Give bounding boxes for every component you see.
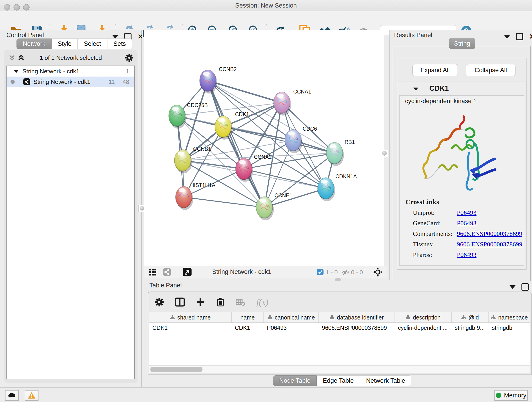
- table-cell[interactable]: P06493: [264, 323, 319, 333]
- column-header-description[interactable]: description: [395, 313, 452, 322]
- divider: [177, 268, 177, 276]
- table-panel-title: Table Panel: [149, 282, 182, 289]
- network-canvas[interactable]: CCNB2CCNA1CDC25BCDK1CDC6RB1CCNB1CCNA2CDK…: [144, 30, 384, 266]
- entry-collapse-icon[interactable]: [413, 87, 419, 91]
- entry-detail-box: cyclin-dependent kinase 1: [399, 95, 524, 266]
- warning-icon: [28, 392, 36, 399]
- network-node-hist1h1a[interactable]: HIST1H1A: [176, 182, 215, 210]
- delete-table-icon[interactable]: [236, 298, 245, 306]
- table-container: f(x) shared namenamecanonical namedataba…: [148, 292, 532, 375]
- crosslink-tissues[interactable]: 9606.ENSP00000378699: [457, 241, 522, 248]
- string-view-icon[interactable]: [163, 268, 171, 276]
- table-row[interactable]: CDK1CDK1P064939606.ENSP00000378699cyclin…: [149, 323, 530, 333]
- tree-icon: [405, 315, 411, 320]
- function-builder-icon[interactable]: f(x): [256, 297, 268, 307]
- network-node-label: CCNA1: [293, 89, 311, 95]
- crosslink-pharos[interactable]: P06493: [457, 251, 476, 259]
- column-header-database-identifier[interactable]: database identifier: [319, 313, 395, 322]
- table-cell[interactable]: stringdb: [489, 323, 530, 333]
- create-column-icon[interactable]: [196, 298, 205, 307]
- network-node-label: CDC25B: [187, 102, 208, 108]
- birds-eye-view-icon[interactable]: [373, 267, 383, 277]
- tab-network[interactable]: Network: [17, 38, 51, 49]
- memory-button[interactable]: Memory: [494, 390, 528, 401]
- table-cell[interactable]: 9606.ENSP00000378699: [319, 323, 395, 333]
- network-node-ccnb2[interactable]: CCNB2: [200, 66, 237, 94]
- table-header-row: shared namenamecanonical namedatabase id…: [149, 313, 530, 323]
- cloud-icon: [8, 392, 16, 398]
- hidden-counts: 0 - 0: [351, 269, 363, 276]
- table-cell[interactable]: CDK1: [232, 323, 264, 333]
- table-cell[interactable]: CDK1: [149, 323, 232, 333]
- results-tab-string[interactable]: String: [449, 38, 475, 49]
- column-header--id[interactable]: @id: [452, 313, 489, 322]
- network-tab-content: 1 of 1 Network selected String Network -…: [4, 50, 138, 383]
- crosslink-uniprot[interactable]: P06493: [457, 209, 476, 216]
- column-header-canonical-name[interactable]: canonical name: [264, 313, 319, 322]
- control-panel-menu-icon[interactable]: [112, 35, 118, 38]
- table-tabs: Node Table Edge Table Network Table: [273, 375, 411, 386]
- network-node-rb1[interactable]: RB1: [326, 139, 355, 166]
- horizontal-splitter-handle[interactable]: [335, 278, 341, 281]
- detach-view-icon[interactable]: [183, 268, 191, 276]
- expand-all-button[interactable]: Expand All: [412, 64, 458, 76]
- network-list: String Network - cdk1 1 String Network -…: [6, 65, 135, 379]
- scrollbar-thumb[interactable]: [150, 367, 203, 372]
- divider: [365, 268, 365, 276]
- results-panel-menu-icon[interactable]: [504, 35, 510, 38]
- selected-checkbox-icon[interactable]: [317, 269, 323, 275]
- network-node-count: 11: [109, 78, 115, 85]
- results-panel-float-icon[interactable]: [516, 33, 523, 40]
- collapse-all-button[interactable]: Collapse All: [466, 64, 515, 76]
- results-panel-close-icon[interactable]: ✕: [529, 34, 532, 39]
- right-splitter-handle[interactable]: [381, 150, 388, 157]
- table-cell[interactable]: cyclin-dependent ...: [395, 323, 452, 333]
- warning-button[interactable]: [25, 390, 38, 401]
- network-edge[interactable]: [244, 169, 326, 188]
- network-node-cdkn1a[interactable]: CDKN1A: [317, 173, 357, 201]
- show-columns-icon[interactable]: [175, 298, 185, 307]
- tab-sets[interactable]: Sets: [107, 38, 132, 49]
- column-header-shared-name[interactable]: shared name: [149, 313, 232, 322]
- results-panel-title: Results Panel: [394, 32, 432, 39]
- table-body: CDK1CDK1P064939606.ENSP00000378699cyclin…: [149, 323, 530, 333]
- column-header-name[interactable]: name: [232, 313, 264, 322]
- network-node-label: RB1: [345, 139, 355, 145]
- tab-style[interactable]: Style: [51, 38, 78, 49]
- network-node-ccna2[interactable]: CCNA2: [235, 154, 272, 182]
- network-node-label: CDKN1A: [336, 173, 357, 179]
- crosslink-compartments[interactable]: 9606.ENSP00000378699: [457, 230, 522, 237]
- table-options-gear-icon[interactable]: [155, 298, 164, 307]
- network-node-label: CCNA2: [254, 154, 272, 160]
- tab-node-table[interactable]: Node Table: [273, 375, 317, 386]
- network-edge[interactable]: [264, 188, 326, 207]
- network-edge[interactable]: [208, 81, 264, 207]
- table-panel-menu-icon[interactable]: [510, 285, 515, 289]
- grid-view-icon[interactable]: [149, 268, 157, 276]
- network-collection-row[interactable]: String Network - cdk1 1: [7, 66, 134, 77]
- control-panel-close-icon[interactable]: ✕: [138, 34, 143, 39]
- delete-columns-icon[interactable]: [216, 297, 225, 307]
- tab-network-table[interactable]: Network Table: [360, 375, 412, 386]
- cloud-button[interactable]: [5, 390, 19, 401]
- tab-edge-table[interactable]: Edge Table: [317, 375, 360, 386]
- table-panel-float-icon[interactable]: [521, 283, 529, 291]
- table-panel: Table Panel ✕ f(x) shared namenamecanoni…: [144, 281, 532, 387]
- network-row-selected[interactable]: String Network - cdk1 11 48: [7, 77, 134, 87]
- crosslink-genecard[interactable]: P06493: [457, 220, 476, 227]
- selected-counts: 1 - 0: [326, 269, 338, 276]
- table-cell[interactable]: stringdb:9...: [452, 323, 489, 333]
- column-header-namespace[interactable]: namespace: [489, 313, 530, 322]
- network-node-ccne1[interactable]: CCNE1: [256, 192, 292, 220]
- divider: [339, 268, 339, 276]
- tree-icon: [461, 315, 466, 320]
- table-horizontal-scrollbar[interactable]: [149, 365, 530, 373]
- main-toolbar: ?: [0, 11, 532, 30]
- network-edge-count: 48: [123, 78, 129, 85]
- collection-expand-icon[interactable]: [13, 69, 19, 74]
- network-edge[interactable]: [184, 197, 264, 207]
- network-edge[interactable]: [208, 81, 282, 103]
- tab-select[interactable]: Select: [78, 38, 107, 49]
- network-options-gear-icon[interactable]: [125, 54, 133, 62]
- network-node-ccna1[interactable]: CCNA1: [273, 89, 311, 115]
